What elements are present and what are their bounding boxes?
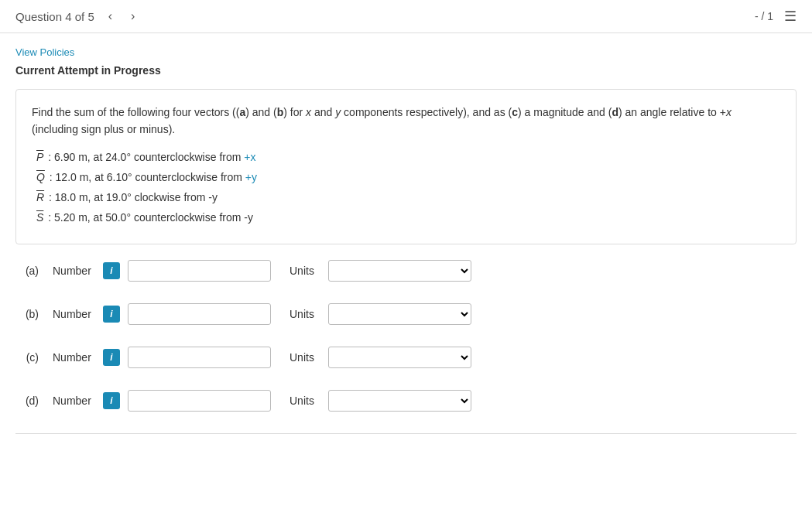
list-item: Q : 12.0 m, at 6.10° counterclockwise fr… — [36, 169, 780, 186]
next-button[interactable]: › — [126, 8, 139, 25]
vector-s-description: : 5.20 m, at 50.0° counterclockwise from… — [48, 211, 253, 224]
vector-s-symbol: S — [36, 210, 43, 226]
info-button-a[interactable]: i — [103, 262, 120, 279]
list-icon[interactable]: ☰ — [784, 8, 797, 25]
part-b-label: (b) — [23, 308, 39, 320]
units-label-c: Units — [290, 351, 314, 364]
header-left: Question 4 of 5 ‹ › — [15, 8, 139, 25]
number-input-c[interactable] — [128, 347, 271, 368]
prev-button[interactable]: ‹ — [104, 8, 117, 25]
number-input-b[interactable] — [128, 303, 271, 325]
number-label-d: Number — [53, 395, 95, 407]
answer-section: (a) Number i Units m km cm ft (b) Number… — [15, 260, 797, 412]
units-label-b: Units — [290, 308, 314, 320]
view-policies-link[interactable]: View Policies — [15, 46, 74, 58]
current-attempt-label: Current Attempt in Progress — [15, 64, 797, 77]
score-display: - / 1 — [755, 10, 773, 22]
units-select-d[interactable]: m km cm ft — [328, 390, 471, 412]
number-label-a: Number — [53, 265, 95, 277]
info-button-b[interactable]: i — [103, 306, 120, 323]
info-button-d[interactable]: i — [103, 392, 120, 409]
question-box: Find the sum of the following four vecto… — [15, 89, 797, 244]
content-area: View Policies Current Attempt in Progres… — [0, 33, 812, 449]
answer-row-b: (b) Number i Units m km cm ft — [23, 303, 789, 325]
units-select-b[interactable]: m km cm ft — [328, 303, 471, 325]
vector-list: P : 6.90 m, at 24.0° counterclockwise fr… — [36, 149, 780, 226]
answer-row-d: (d) Number i Units m km cm ft — [23, 390, 789, 412]
vector-p-symbol: P — [36, 149, 43, 166]
part-d-label: (d) — [23, 395, 39, 407]
part-c-label: (c) — [23, 351, 39, 364]
units-select-c[interactable]: m km cm ft — [328, 347, 471, 368]
number-label-c: Number — [53, 351, 95, 364]
units-label-d: Units — [290, 395, 314, 407]
header-right: - / 1 ☰ — [755, 8, 797, 25]
vector-q-description: : 12.0 m, at 6.10° counterclockwise from… — [50, 171, 257, 183]
question-title: Question 4 of 5 — [15, 10, 94, 23]
units-label-a: Units — [290, 265, 314, 277]
vector-q-symbol: Q — [36, 169, 45, 186]
units-select-a[interactable]: m km cm ft — [328, 260, 471, 282]
list-item: R : 18.0 m, at 19.0° clockwise from -y — [36, 190, 780, 206]
bottom-divider — [15, 433, 797, 434]
list-item: S : 5.20 m, at 50.0° counterclockwise fr… — [36, 210, 780, 226]
question-text: Find the sum of the following four vecto… — [32, 104, 780, 138]
number-label-b: Number — [53, 308, 95, 320]
number-input-d[interactable] — [128, 390, 271, 412]
vector-p-description: : 6.90 m, at 24.0° counterclockwise from… — [48, 151, 255, 163]
number-input-a[interactable] — [128, 260, 271, 282]
list-item: P : 6.90 m, at 24.0° counterclockwise fr… — [36, 149, 780, 166]
answer-row-a: (a) Number i Units m km cm ft — [23, 260, 789, 282]
header-bar: Question 4 of 5 ‹ › - / 1 ☰ — [0, 0, 812, 33]
vector-r-symbol: R — [36, 190, 44, 206]
vector-r-description: : 18.0 m, at 19.0° clockwise from -y — [49, 191, 218, 203]
answer-row-c: (c) Number i Units m km cm ft — [23, 347, 789, 368]
part-a-label: (a) — [23, 265, 39, 277]
info-button-c[interactable]: i — [103, 349, 120, 366]
